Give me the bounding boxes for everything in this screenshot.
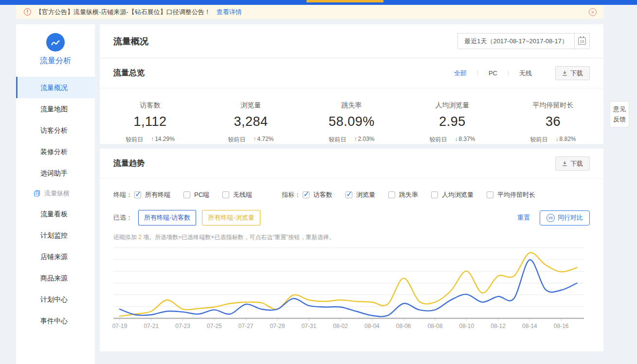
stat-change-value: 4.72% [257, 136, 273, 144]
x-axis-label: 07-19 [112, 323, 127, 329]
sidebar-section-label: 流量纵横 [44, 189, 70, 198]
line-chart-icon [46, 33, 65, 52]
page-header: 流量概况 最近1天（2017-08-17~2017-08-17） 15 [100, 24, 603, 58]
top-bar-accent-segment [307, 0, 383, 2]
checkbox-unchecked-icon[interactable] [183, 191, 190, 198]
sidebar-item-1[interactable]: 流量地图 [16, 98, 95, 120]
filter-controls: 终端： 所有终端PC端无线端 指标： 访客数浏览量跳失率人均浏览量平均停留时长 [100, 191, 603, 199]
sidebar-subitem-2[interactable]: 店铺来源 [16, 246, 95, 267]
sidebar-item-3[interactable]: 装修分析 [16, 141, 95, 162]
x-axis-label: 08-04 [364, 323, 380, 329]
sidebar-nav: 流量概况流量地图访客分析装修分析选词助手 [16, 77, 95, 184]
sidebar-section-traffic-crosswise[interactable]: 流量纵横 [16, 184, 95, 203]
checkbox-unchecked-icon[interactable] [431, 191, 438, 198]
overview-card: 流量概况 最近1天（2017-08-17~2017-08-17） 15 流量总览… [100, 24, 603, 144]
metric-checkbox-4[interactable]: 平均停留时长 [487, 191, 535, 199]
sidebar: 流量分析 流量概况流量地图访客分析装修分析选词助手 流量纵横 流量看板计划监控店… [16, 24, 95, 364]
sidebar-subitem-3[interactable]: 商品来源 [16, 267, 95, 289]
x-axis-label: 07-29 [270, 323, 285, 329]
trend-chart[interactable]: 07-1907-2107-2307-2507-2707-2907-3108-02… [100, 246, 603, 338]
metric-checkbox-2[interactable]: 跳失率 [388, 191, 418, 199]
selected-chip-0[interactable]: 所有终端-访客数 [138, 210, 196, 225]
stat-change: ↑4.72% [253, 136, 273, 144]
announcement-details-link[interactable]: 查看详情 [217, 8, 242, 17]
checkbox-checked-icon[interactable] [134, 191, 141, 198]
checkbox-checked-icon[interactable] [303, 191, 309, 198]
calendar-icon-wrap[interactable]: 15 [574, 34, 589, 49]
date-range-picker[interactable]: 最近1天（2017-08-17~2017-08-17） 15 [457, 33, 590, 49]
stat-compare-label: 较前日 [328, 136, 346, 144]
stat-1: 浏览量3,284较前日↑4.72% [200, 101, 301, 144]
x-axis-label: 08-02 [333, 323, 348, 329]
feedback-label-line1: 意见 [610, 104, 629, 114]
tab-all[interactable]: 全部 [443, 69, 477, 78]
overview-title: 流量总览 [113, 68, 145, 78]
calendar-icon: 15 [578, 37, 586, 45]
sidebar-item-4[interactable]: 选词助手 [16, 162, 95, 184]
sidebar-subitem-4[interactable]: 计划中心 [16, 289, 95, 310]
peer-compare-label: 同行对比 [558, 213, 583, 222]
x-axis-label: 08-06 [396, 323, 411, 329]
sidebar-subitem-1[interactable]: 计划监控 [16, 225, 95, 246]
stat-label: 访客数 [100, 101, 200, 110]
tab-pc[interactable]: PC [478, 69, 508, 77]
stat-compare-label: 较前日 [228, 136, 245, 144]
stat-change-value: 14.29% [155, 136, 175, 144]
arrow-up-icon: ↑ [151, 136, 154, 144]
ledger-icon [34, 190, 40, 197]
sidebar-item-2[interactable]: 访客分析 [16, 120, 95, 141]
reset-button[interactable]: 重置 [517, 213, 530, 222]
terminal-checkbox-0[interactable]: 所有终端 [134, 191, 170, 199]
metric-checkbox-0[interactable]: 访客数 [303, 191, 332, 199]
stat-label: 人均浏览量 [402, 101, 503, 110]
sidebar-item-0[interactable]: 流量概况 [16, 77, 95, 98]
stat-change: ↓8.37% [455, 136, 475, 144]
x-axis-label: 08-14 [522, 323, 537, 329]
x-axis-label: 08-16 [554, 323, 569, 329]
stat-compare: 较前日↑4.72% [200, 136, 301, 144]
terminal-checkbox-1[interactable]: PC端 [183, 191, 209, 199]
stat-compare-label: 较前日 [429, 136, 447, 144]
overview-download-button[interactable]: 下载 [555, 66, 590, 80]
download-label: 下载 [570, 69, 583, 78]
metric-checkbox-label: 跳失率 [399, 191, 418, 199]
checkbox-unchecked-icon[interactable] [222, 191, 229, 198]
stats-row: 访客数1,112较前日↑14.29%浏览量3,284较前日↑4.72%跳失率58… [100, 88, 603, 144]
selected-row: 已选： 所有终端-访客数所有终端-浏览量 重置 vs 同行对比 [100, 210, 603, 225]
stat-value: 3,284 [200, 114, 301, 129]
checkbox-unchecked-icon[interactable] [487, 191, 493, 198]
stat-4: 平均停留时长36较前日↓8.82% [503, 101, 603, 144]
checkbox-unchecked-icon[interactable] [388, 191, 395, 198]
stat-compare-label: 较前日 [126, 136, 143, 144]
stat-change-value: 8.82% [559, 136, 576, 144]
stat-compare: 较前日↓8.82% [503, 136, 603, 144]
tab-wireless[interactable]: 无线 [509, 69, 543, 78]
sidebar-subnav: 流量看板计划监控店铺来源商品来源计划中心事件中心 [16, 203, 95, 331]
main-content: 流量概况 最近1天（2017-08-17~2017-08-17） 15 流量总览… [100, 24, 603, 351]
stat-label: 平均停留时长 [503, 101, 603, 110]
checkbox-checked-icon[interactable] [346, 191, 352, 198]
stat-change-value: 2.03% [358, 136, 374, 144]
stat-change: ↓8.82% [555, 136, 576, 144]
terminal-checkbox-2[interactable]: 无线端 [222, 191, 252, 199]
terminal-checkbox-label: PC端 [194, 191, 209, 199]
trend-download-button[interactable]: 下载 [555, 156, 590, 171]
selected-chip-1[interactable]: 所有终端-浏览量 [202, 210, 260, 225]
metric-checkbox-1[interactable]: 浏览量 [346, 191, 375, 199]
close-icon[interactable]: × [589, 8, 597, 16]
stat-label: 跳失率 [301, 101, 402, 110]
terminal-checkbox-group: 所有终端PC端无线端 [134, 191, 265, 199]
stat-value: 2.95 [402, 114, 503, 129]
metric-checkbox-group: 访客数浏览量跳失率人均浏览量平均停留时长 [303, 191, 548, 199]
sidebar-subitem-5[interactable]: 事件中心 [16, 310, 95, 331]
stat-3: 人均浏览量2.95较前日↓8.37% [402, 101, 503, 144]
vs-icon: vs [546, 214, 555, 222]
metric-checkbox-3[interactable]: 人均浏览量 [431, 191, 473, 199]
arrow-down-icon: ↓ [455, 136, 457, 144]
peer-compare-button[interactable]: vs 同行对比 [540, 210, 590, 225]
series-line-所有终端-访客数 [120, 260, 577, 317]
sidebar-subitem-0[interactable]: 流量看板 [16, 203, 95, 225]
metric-group-label: 指标： [282, 191, 301, 199]
feedback-button[interactable]: 意见 反馈 [610, 101, 629, 127]
download-icon [562, 161, 567, 166]
